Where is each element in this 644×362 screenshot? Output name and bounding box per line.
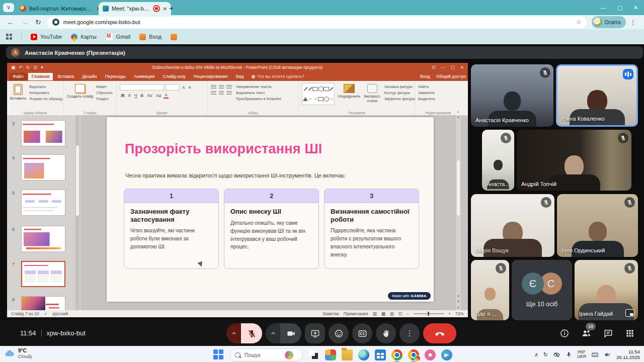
underline-button[interactable]: Ч [133, 93, 138, 98]
task-view-icon[interactable] [308, 349, 319, 360]
close-icon[interactable]: ✕ [633, 5, 638, 11]
overflow-tile[interactable]: Є С Ще 10 осіб [512, 260, 572, 320]
messenger-app-icon[interactable] [441, 349, 452, 360]
tab-design[interactable]: Дизайн [78, 73, 101, 80]
picture-in-picture-icon[interactable] [625, 309, 634, 317]
url-text[interactable]: meet.google.com/xpw-bxko-but [63, 19, 572, 25]
tab-animations[interactable]: Анимация [130, 73, 158, 80]
align-center-icon[interactable] [219, 90, 224, 95]
editor-scrollbar[interactable]: ▲ ▲ ▼ ▼ [456, 115, 461, 310]
captions-button[interactable] [352, 323, 372, 343]
character-spacing-button[interactable]: AV [146, 93, 153, 98]
microphone-button-muted[interactable] [226, 323, 262, 343]
camera-button[interactable] [266, 323, 301, 343]
thumbnail-scrollbar[interactable] [75, 115, 79, 310]
share-button[interactable]: Общий доступ [436, 74, 466, 79]
notes-button[interactable]: Заметки [323, 311, 339, 316]
weather-widget[interactable]: 9°C Cloudy [4, 348, 32, 359]
start-button[interactable] [213, 349, 224, 360]
edge-icon[interactable] [358, 349, 369, 360]
video-tile[interactable]: Андрій Топчій [517, 130, 631, 191]
slide-thumbnail-3[interactable]: 3 [21, 120, 65, 146]
strikethrough-button[interactable]: S [139, 93, 144, 98]
tab-search-button[interactable]: ∨ [3, 3, 14, 12]
raise-hand-button[interactable] [376, 323, 396, 343]
tab-view[interactable]: Вид [232, 73, 248, 80]
ribbon-options-icon[interactable]: ⊡ [432, 65, 435, 70]
tab-insert[interactable]: Вставка [54, 73, 77, 80]
font-name-combobox[interactable] [120, 84, 164, 90]
bookmark-vhod[interactable]: Вход [139, 34, 162, 40]
change-case-button[interactable]: Аа [155, 93, 163, 98]
view-slideshow-icon[interactable]: ⊡ [398, 311, 402, 316]
slide-canvas[interactable]: Прозорість використання ШІ Чесна практик… [107, 117, 434, 302]
tray-mic-icon[interactable] [566, 351, 572, 358]
mic-options-chevron-icon[interactable] [226, 323, 241, 343]
scroll-up-icon[interactable]: ▲ [456, 115, 461, 118]
slide-thumbnail-4[interactable]: 4 [21, 154, 65, 180]
shapes-gallery[interactable]: ⇦⇩ ☆ [302, 83, 335, 105]
arrange-button[interactable]: Упорядочить [338, 83, 360, 99]
sign-in-button[interactable]: Вход [420, 74, 430, 79]
reset-button[interactable]: Сбросить [96, 90, 113, 95]
new-slide-button[interactable]: Создать слайд [67, 83, 93, 99]
video-tile[interactable]: Ірина Гайдай [575, 260, 638, 320]
taskbar-search[interactable] [230, 348, 303, 361]
layout-button[interactable]: Макет [96, 84, 113, 89]
font-color-button[interactable]: А [164, 93, 169, 99]
more-options-button[interactable]: ⋮ [399, 323, 420, 343]
columns-icon[interactable] [226, 90, 232, 95]
zoom-level[interactable]: 72% [455, 311, 464, 316]
tab-slideshow[interactable]: Слайд-шоу [159, 73, 189, 80]
camera-off-icon[interactable] [553, 351, 560, 358]
activities-button[interactable] [625, 328, 635, 338]
view-normal-icon[interactable]: ▤ [373, 311, 377, 316]
camera-icon[interactable] [280, 323, 301, 343]
pink-app-icon[interactable] [425, 349, 436, 360]
browser-tab-meet[interactable]: Meet: "xpw-bxko-but" ✕ [99, 2, 171, 15]
zoom-slider[interactable] [414, 313, 444, 314]
site-info-icon[interactable] [52, 19, 59, 26]
bold-button[interactable]: Ж [120, 93, 126, 98]
next-slide-icon[interactable]: ▼ [456, 300, 461, 303]
video-tile[interactable]: Марія Ващук [471, 194, 554, 257]
bookmark-maps[interactable]: Карты [71, 34, 96, 40]
bookmark-youtube[interactable]: YouTube [31, 34, 62, 40]
browser-tab-portal[interactable]: Веб-портал Житомирської по... ✕ [16, 2, 105, 15]
reload-icon[interactable]: ↻ [35, 18, 41, 26]
end-call-button[interactable] [423, 323, 456, 343]
bookmark-gmail[interactable]: Gmail [106, 33, 131, 41]
volume-icon[interactable] [604, 351, 611, 358]
bookmark-star-icon[interactable]: ☆ [576, 19, 582, 26]
format-painter-button[interactable]: Формат по образцу [29, 97, 62, 101]
slide-thumbnail-6[interactable]: 6 [21, 226, 65, 252]
previous-slide-icon[interactable]: ▲ [456, 294, 461, 297]
video-tile[interactable]: Дар`я ... [471, 260, 509, 320]
file-explorer-icon[interactable] [342, 349, 353, 360]
new-tab-button[interactable]: + [169, 4, 174, 12]
tab-file[interactable]: Файл [9, 73, 27, 80]
video-tile-speaking[interactable]: Ірина Коваленко [556, 64, 638, 127]
slide-thumbnail-5[interactable]: 5 [21, 190, 65, 216]
reactions-button[interactable] [329, 323, 349, 343]
align-left-icon[interactable] [211, 90, 216, 95]
slide-thumbnail-8[interactable]: 8 [21, 296, 65, 310]
camera-options-chevron-icon[interactable] [266, 323, 280, 343]
tab-review[interactable]: Рецензирование [190, 73, 231, 80]
bullets-icon[interactable] [211, 84, 216, 89]
language-indicator[interactable]: русский [53, 311, 68, 316]
video-tile[interactable]: Ілля Ординський [557, 194, 638, 257]
close-icon[interactable]: ✕ [460, 65, 464, 70]
grow-font-button[interactable]: А [181, 85, 186, 90]
collapse-ribbon-icon[interactable]: ∧ [457, 110, 459, 114]
smartart-button[interactable]: Преобразовать в SmartArt [236, 97, 281, 101]
tell-me-box[interactable]: Что вы хотите сделать? [252, 74, 304, 79]
slide-thumbnail-7-selected[interactable]: 7 [21, 261, 65, 287]
view-sorter-icon[interactable]: ▦ [381, 311, 385, 316]
minimize-icon[interactable]: — [600, 5, 606, 11]
maximize-icon[interactable]: ▢ [451, 65, 455, 70]
sync-icon[interactable]: ↻ [543, 351, 548, 358]
zoom-out-icon[interactable]: − [407, 311, 409, 316]
forward-icon[interactable]: → [21, 18, 28, 26]
close-tab-icon[interactable]: ✕ [163, 6, 167, 12]
